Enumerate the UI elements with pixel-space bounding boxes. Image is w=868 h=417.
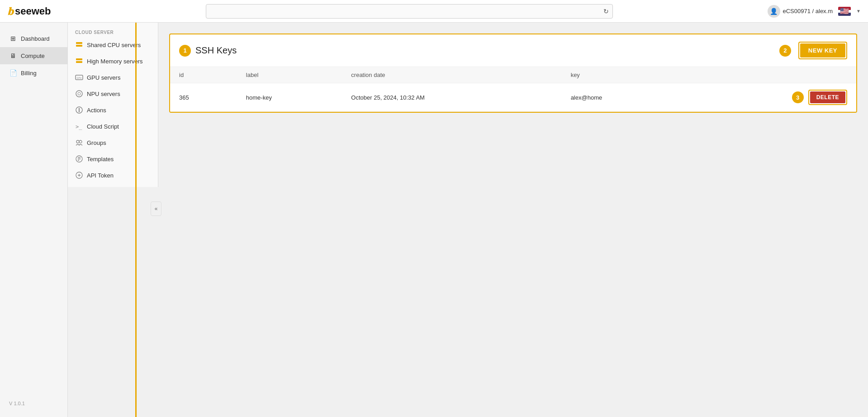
logo: 𝐛 seeweb	[7, 5, 51, 18]
cell-label: home-key	[237, 83, 342, 112]
user-info[interactable]: 👤 eCS00971 / alex.m	[768, 5, 833, 18]
ssh-keys-header: 1 SSH Keys 2 NEW KEY	[170, 34, 856, 67]
secondary-nav-section: CLOUD SERVER	[68, 26, 158, 37]
svg-point-9	[79, 108, 80, 110]
cell-creation-date: October 25, 2024, 10:32 AM	[342, 83, 561, 112]
cell-key: alex@home	[562, 83, 680, 112]
ssh-keys-title-area: 1 SSH Keys	[179, 45, 237, 57]
svg-point-13	[76, 140, 79, 143]
logo-text: seeweb	[15, 5, 51, 17]
cloud-script-icon: >_	[75, 122, 83, 130]
svg-point-10	[79, 110, 80, 111]
shared-cpu-icon	[75, 41, 83, 49]
svg-point-11	[79, 111, 80, 112]
col-label: label	[237, 67, 342, 83]
sidebar-item-label: Billing	[21, 70, 37, 77]
annotation-badge-3: 3	[792, 91, 804, 103]
table-body: 365 home-key October 25, 2024, 10:32 AM …	[170, 83, 856, 112]
cell-action: 3 DELETE	[680, 83, 856, 112]
dashboard-icon: ⊞	[9, 34, 17, 43]
annotation-badge-1: 1	[179, 45, 191, 57]
secondary-nav-label: API Token	[87, 172, 114, 179]
yellow-accent	[135, 23, 137, 417]
table-row: 365 home-key October 25, 2024, 10:32 AM …	[170, 83, 856, 112]
secondary-nav-item-gpu[interactable]: GPU GPU servers	[68, 69, 158, 86]
svg-point-14	[79, 140, 82, 143]
compute-icon: 🖥	[9, 52, 17, 60]
username: eCS00971 / alex.m	[783, 8, 833, 14]
secondary-nav-label: Groups	[87, 139, 106, 146]
svg-rect-3	[76, 61, 82, 63]
col-actions	[680, 67, 856, 83]
high-memory-icon	[75, 57, 83, 65]
svg-text:GPU: GPU	[77, 77, 82, 79]
npu-icon	[75, 90, 83, 98]
sidebar-item-dashboard[interactable]: ⊞ Dashboard	[0, 30, 67, 47]
refresh-icon[interactable]: ↻	[603, 8, 609, 15]
secondary-nav-label: NPU servers	[87, 91, 120, 97]
flag-icon[interactable]: 🇺🇸	[838, 7, 851, 16]
delete-btn-wrapper: DELETE	[808, 90, 847, 105]
new-key-area: 2 NEW KEY	[779, 42, 847, 59]
svg-rect-1	[76, 45, 82, 47]
new-key-btn-wrapper: NEW KEY	[798, 42, 847, 59]
search-bar-wrapper: ↻	[206, 4, 613, 19]
annotation-badge-2: 2	[779, 45, 791, 57]
secondary-nav-label: Shared CPU servers	[87, 42, 141, 48]
table-header: id label creation date key	[170, 67, 856, 83]
secondary-nav-wrapper: CLOUD SERVER Shared CPU servers High Mem…	[68, 23, 158, 417]
secondary-nav-label: Templates	[87, 156, 114, 163]
ssh-keys-panel: 1 SSH Keys 2 NEW KEY id label creation d…	[169, 34, 857, 113]
ssh-keys-table: id label creation date key 365 home-key …	[170, 67, 856, 112]
svg-rect-2	[76, 58, 82, 60]
secondary-nav-item-api-token[interactable]: API Token	[68, 167, 158, 183]
sidebar-item-compute[interactable]: 🖥 Compute	[0, 47, 67, 64]
templates-icon	[75, 155, 83, 163]
sidebar-item-label: Dashboard	[21, 35, 50, 42]
secondary-nav-item-actions[interactable]: Actions	[68, 102, 158, 118]
col-creation-date: creation date	[342, 67, 561, 83]
delete-button[interactable]: DELETE	[810, 91, 845, 103]
search-input[interactable]	[210, 8, 603, 14]
left-nav: ⊞ Dashboard 🖥 Compute 📄 Billing V 1.0.1	[0, 23, 68, 417]
header-right: 👤 eCS00971 / alex.m 🇺🇸 ▼	[768, 5, 861, 18]
version-label: V 1.0.1	[0, 397, 67, 410]
billing-icon: 📄	[9, 69, 17, 77]
secondary-nav-label: High Memory servers	[87, 58, 143, 65]
top-header: 𝐛 seeweb ↻ 👤 eCS00971 / alex.m 🇺🇸 ▼	[0, 0, 868, 23]
secondary-nav-item-groups[interactable]: Groups	[68, 134, 158, 151]
content-area: 1 SSH Keys 2 NEW KEY id label creation d…	[158, 23, 868, 417]
action-cell: 3 DELETE	[689, 90, 847, 105]
api-token-icon	[75, 171, 83, 179]
avatar: 👤	[768, 5, 780, 18]
secondary-nav-label: GPU servers	[87, 74, 120, 81]
cell-id: 365	[170, 83, 237, 112]
secondary-nav-item-templates[interactable]: Templates	[68, 151, 158, 167]
chevron-down-icon: ▼	[856, 9, 861, 14]
svg-point-6	[76, 91, 82, 97]
sidebar-item-label: Compute	[21, 53, 45, 59]
main-layout: ⊞ Dashboard 🖥 Compute 📄 Billing V 1.0.1 …	[0, 23, 868, 417]
secondary-nav-item-cloud-script[interactable]: >_ Cloud Script	[68, 118, 158, 134]
secondary-nav-item-npu[interactable]: NPU servers	[68, 86, 158, 102]
svg-point-7	[78, 92, 81, 95]
svg-rect-0	[76, 42, 82, 44]
new-key-button[interactable]: NEW KEY	[800, 43, 845, 58]
actions-icon	[75, 106, 83, 114]
gpu-icon: GPU	[75, 73, 83, 81]
collapse-button[interactable]: «	[151, 201, 161, 216]
secondary-nav-item-shared-cpu[interactable]: Shared CPU servers	[68, 37, 158, 53]
groups-icon	[75, 139, 83, 147]
logo-b: 𝐛	[7, 5, 13, 18]
page-title: SSH Keys	[195, 45, 237, 56]
col-key: key	[562, 67, 680, 83]
secondary-nav-item-high-memory[interactable]: High Memory servers	[68, 53, 158, 69]
secondary-nav: CLOUD SERVER Shared CPU servers High Mem…	[68, 23, 158, 187]
svg-text:>_: >_	[76, 124, 82, 130]
table-header-row: id label creation date key	[170, 67, 856, 83]
sidebar-item-billing[interactable]: 📄 Billing	[0, 64, 67, 81]
secondary-nav-label: Actions	[87, 107, 106, 114]
secondary-nav-label: Cloud Script	[87, 123, 119, 130]
col-id: id	[170, 67, 237, 83]
